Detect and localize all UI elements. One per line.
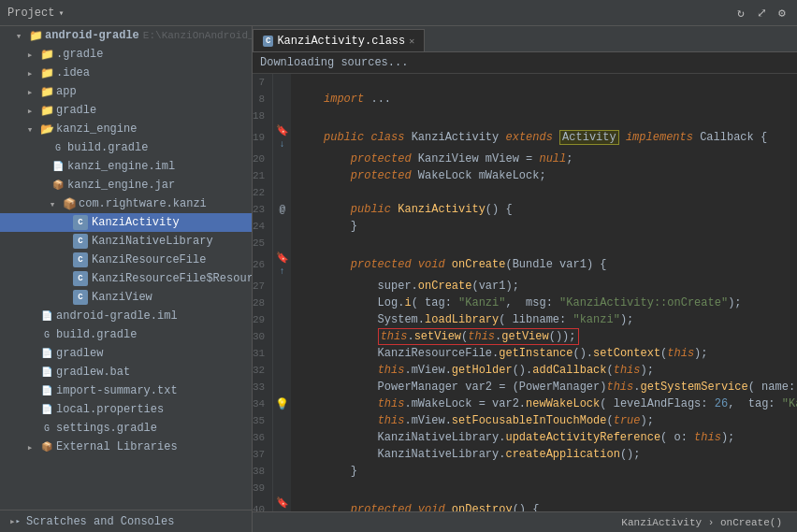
line-gutter [273, 463, 292, 480]
sidebar-item-external-libraries[interactable]: 📦 External Libraries [0, 438, 252, 456]
line-number: 29 [253, 311, 273, 328]
sidebar-item-kanzi-engine[interactable]: 📂 kanzi_engine [0, 120, 252, 138]
line-gutter [273, 295, 292, 311]
tree-label: KanziNativeLibrary [92, 235, 213, 248]
sidebar-item-android-gradle[interactable]: 📁 android-gradle E:\KanziOnAndroid_Intro… [0, 26, 252, 45]
line-gutter [273, 311, 292, 328]
line-gutter [273, 167, 292, 184]
bookmark-icon: 🔖 [276, 497, 289, 509]
tree-label: KanziView [92, 291, 152, 304]
arrow-down-icon [11, 28, 26, 43]
tree-label: settings.gradle [56, 422, 157, 435]
class-icon: C [73, 234, 88, 249]
sidebar-item-idea[interactable]: 📁 .idea [0, 64, 252, 82]
table-row: 18 [253, 108, 797, 124]
arrow-right-icon: ▸ [7, 514, 22, 529]
arrow-down-icon [45, 196, 60, 211]
tab-bar: C KanziActivity.class ✕ [253, 26, 797, 52]
sidebar-item-kanziresourcefiles[interactable]: C KanziResourceFile$ResourceFile [0, 269, 252, 288]
line-code: this.setView(this.getView()); [291, 328, 797, 345]
arrow-right-icon [22, 47, 37, 62]
project-label: Project [7, 7, 54, 20]
arrow-down-icon [22, 122, 37, 137]
bookmark-icon: 🔖 [276, 252, 289, 264]
sidebar-item-kanziresourcefile[interactable]: C KanziResourceFile [0, 251, 252, 269]
sidebar-item-app[interactable]: 📁 app [0, 82, 252, 101]
sidebar-item-scratches[interactable]: ▸ Scratches and Consoles [0, 510, 252, 532]
sidebar-item-kanzinativelibrary[interactable]: C KanziNativeLibrary [0, 232, 252, 251]
sidebar-item-build-gradle[interactable]: G build.gradle [0, 138, 252, 157]
sidebar-item-gradle-folder[interactable]: 📁 gradle [0, 101, 252, 120]
sidebar-item-kanzi-iml[interactable]: 📄 kanzi_engine.iml [0, 157, 252, 176]
sidebar-item-kanziview[interactable]: C KanziView [0, 288, 252, 307]
line-code: protected WakeLock mWakeLock; [291, 167, 797, 184]
line-gutter [273, 446, 292, 463]
sidebar-item-android-iml[interactable]: 📄 android-gradle.iml [0, 307, 252, 325]
xml-icon: 📄 [39, 309, 54, 324]
sidebar-item-gradlew-bat[interactable]: 📄 gradlew.bat [0, 363, 252, 381]
line-code: protected KanziView mView = null; [291, 151, 797, 167]
table-row: 22 [253, 184, 797, 201]
line-number: 35 [253, 412, 273, 429]
sidebar-item-local-properties[interactable]: 📄 local.properties [0, 400, 252, 419]
arrow-right-icon [22, 65, 37, 80]
sidebar-item-settings-gradle[interactable]: G settings.gradle [0, 419, 252, 438]
xml-icon: 📄 [51, 159, 65, 174]
tree-label: android-gradle [45, 29, 139, 42]
arrow-right-icon [22, 103, 37, 118]
line-gutter [273, 184, 292, 201]
sidebar-item-kanziactivity[interactable]: C KanziActivity [0, 213, 252, 232]
sidebar-item-import-summary[interactable]: 📄 import-summary.txt [0, 381, 252, 400]
sidebar-item-gradlew[interactable]: 📄 gradlew [0, 344, 252, 363]
sidebar-item-build-gradle2[interactable]: G build.gradle [0, 325, 252, 344]
line-gutter [273, 480, 292, 496]
sidebar-content: 📁 android-gradle E:\KanziOnAndroid_Intro… [0, 26, 252, 510]
gradle-icon: G [39, 421, 54, 436]
tree-label: .gradle [56, 48, 103, 61]
sidebar-item-gradle[interactable]: 📁 .gradle [0, 45, 252, 64]
line-code: protected void onCreate(Bundle var1) { [291, 252, 797, 278]
gutter-arrow-icon: ↓ [280, 139, 285, 150]
tree-label: android-gradle.iml [56, 309, 178, 323]
table-row: 25 [253, 235, 797, 252]
title-bar-icons: ↻ ⤢ ⚙ [733, 6, 790, 21]
tree-label: app [56, 85, 77, 98]
line-number: 22 [253, 184, 273, 201]
line-gutter: @ [273, 201, 292, 218]
code-editor[interactable]: 7 8 import ... 18 [253, 74, 797, 511]
expand-icon[interactable]: ⤢ [754, 6, 769, 21]
line-gutter [273, 108, 292, 124]
line-number: 24 [253, 218, 273, 235]
tab-kanziactivity[interactable]: C KanziActivity.class ✕ [253, 29, 425, 51]
class-icon: C [73, 215, 88, 230]
line-code: } [291, 218, 797, 235]
line-number: 39 [253, 480, 273, 496]
status-bar: KanziActivity › onCreate() [253, 511, 797, 532]
line-number: 36 [253, 429, 273, 446]
line-number: 23 [253, 201, 273, 218]
line-gutter [273, 379, 292, 395]
tree-label: KanziResourceFile$ResourceFile [92, 272, 252, 285]
dropdown-arrow[interactable]: ▾ [58, 7, 64, 19]
tree-label: build.gradle [67, 141, 148, 154]
prop-icon: 📄 [39, 402, 54, 417]
tab-close-button[interactable]: ✕ [409, 36, 414, 47]
settings-icon[interactable]: ⚙ [775, 6, 790, 21]
table-row: 29 System.loadLibrary( libname: "kanzi")… [253, 311, 797, 328]
line-code: KanziResourceFile.getInstance().setConte… [291, 345, 797, 362]
table-row: 38 } [253, 463, 797, 480]
table-row: 30 this.setView(this.getView()); [253, 328, 797, 345]
sync-icon[interactable]: ↻ [733, 6, 748, 21]
line-code [291, 480, 797, 496]
notification-bar: Downloading sources... [253, 52, 797, 74]
line-code: KanziNativeLibrary.updateActivityReferen… [291, 429, 797, 446]
line-number: 25 [253, 235, 273, 252]
line-gutter [273, 362, 292, 379]
sidebar-item-kanzi-jar[interactable]: 📦 kanzi_engine.jar [0, 176, 252, 194]
line-code: PowerManager var2 = (PowerManager)this.g… [291, 379, 797, 395]
sidebar-item-com-rightware[interactable]: 📦 com.rightware.kanzi [0, 194, 252, 213]
arrow-right-icon [22, 84, 37, 99]
sidebar: 📁 android-gradle E:\KanziOnAndroid_Intro… [0, 26, 253, 532]
gradle-icon: G [51, 140, 65, 155]
line-number: 7 [253, 74, 273, 91]
